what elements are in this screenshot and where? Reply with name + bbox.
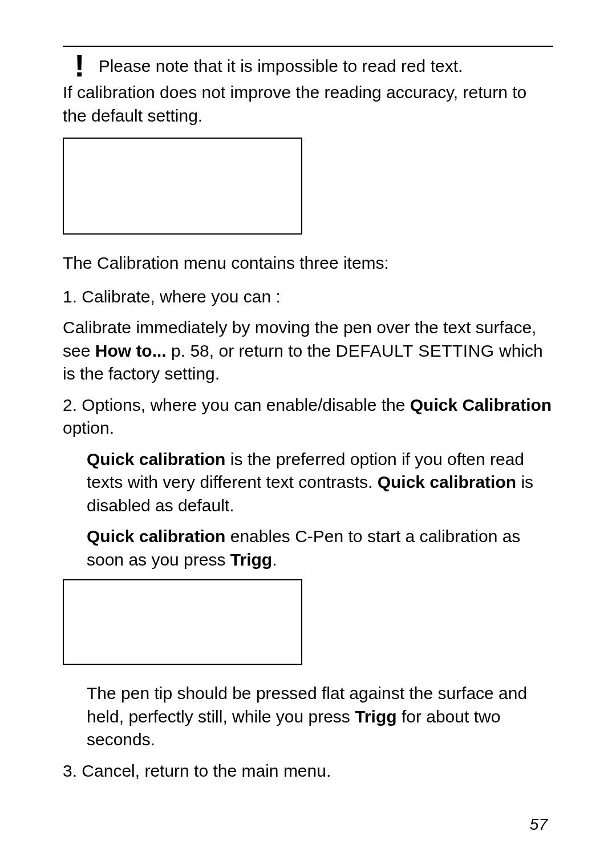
qc-label-1: Quick calibration xyxy=(87,450,225,469)
figure-placeholder-1 xyxy=(63,138,302,235)
item2-para2: Quick calibration enables C-Pen to start… xyxy=(63,525,553,571)
trigg-label-2: Trigg xyxy=(355,707,396,726)
item2-head: 2. Options, where you can enable/disable… xyxy=(63,394,553,440)
menu-intro: The Calibration menu contains three item… xyxy=(63,252,553,275)
item2-head-c: option. xyxy=(63,418,114,437)
menu-list: 1. Calibrate, where you can : Calibrate … xyxy=(63,285,553,783)
default-setting-label: DEFAULT SETTING xyxy=(336,341,495,360)
trigg-label-1: Trigg xyxy=(230,550,272,569)
item2-head-a: 2. Options, where you can enable/disable… xyxy=(63,395,410,414)
attention-icon: ! xyxy=(63,51,85,80)
note-text: Please note that it is impossible to rea… xyxy=(99,51,463,78)
item2-para2-d: . xyxy=(272,550,277,569)
intro-paragraph: If calibration does not improve the read… xyxy=(63,81,553,127)
document-page: ! Please note that it is impossible to r… xyxy=(0,0,616,825)
figure-placeholder-2 xyxy=(63,579,302,665)
item2-para3: The pen tip should be pressed flat again… xyxy=(63,682,553,752)
item2-para1: Quick calibration is the preferred optio… xyxy=(63,448,553,518)
item3: 3. Cancel, return to the main menu. xyxy=(63,760,553,783)
item1-body-c: p. 58, or return to the xyxy=(171,341,336,360)
quick-calibration-label: Quick Calibration xyxy=(410,395,552,414)
qc-label-3: Quick calibration xyxy=(87,527,225,546)
top-rule xyxy=(63,46,553,47)
item1-body: Calibrate immediately by moving the pen … xyxy=(63,316,553,386)
item3-b: , return to the main menu. xyxy=(135,761,331,780)
item1-head: 1. Calibrate, where you can : xyxy=(63,285,553,309)
item1-howto: How to... xyxy=(95,341,171,360)
note-block: ! Please note that it is impossible to r… xyxy=(63,51,553,80)
item3-a: 3. Cancel xyxy=(63,761,135,780)
qc-label-2: Quick calibration xyxy=(378,473,516,491)
page-number: 57 xyxy=(530,815,548,834)
